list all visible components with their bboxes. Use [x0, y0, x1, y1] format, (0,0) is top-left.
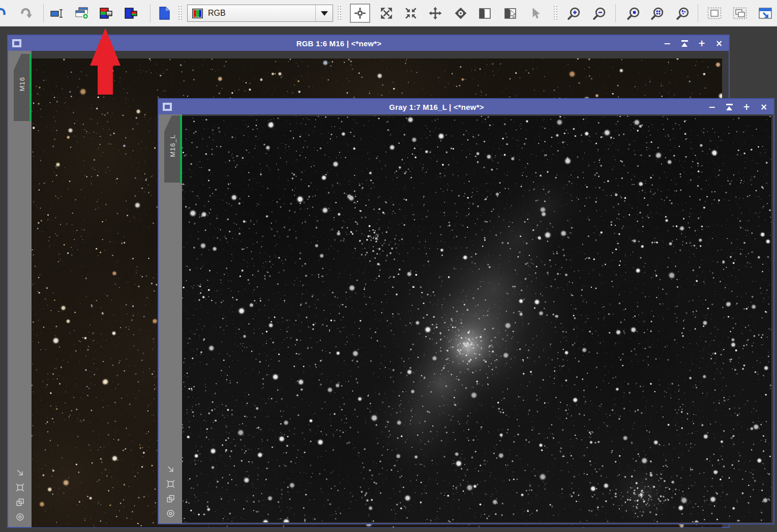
cascade-windows-icon	[733, 7, 747, 19]
channel-selector-value: RGB	[208, 9, 315, 18]
chevron-down-icon[interactable]	[315, 5, 333, 21]
toolbar-separator	[698, 4, 698, 22]
extract-channels-icon	[100, 7, 113, 20]
pointer-icon	[529, 7, 542, 20]
zoom-to-fit-icon	[650, 7, 664, 20]
new-image-icon	[158, 7, 170, 20]
shade-icon	[681, 40, 688, 47]
frame-icon[interactable]	[166, 479, 175, 489]
zoom-to-fit-button[interactable]	[649, 5, 665, 21]
redo-icon	[19, 7, 33, 20]
track-view-button[interactable]	[350, 4, 370, 23]
window-menu-icon[interactable]	[163, 103, 172, 111]
zoom-out-button[interactable]	[591, 5, 607, 21]
split-view-icon	[479, 8, 491, 19]
shade-button[interactable]	[725, 102, 734, 111]
new-image-button[interactable]	[157, 5, 172, 21]
diagonal-resize-icon[interactable]	[166, 464, 175, 474]
shade-button[interactable]	[680, 39, 689, 48]
new-window-icon	[75, 7, 89, 20]
gray-image-window: Gray 1:7 M16_L | <*new*> − + × M16_L	[158, 98, 774, 524]
tile-windows-button[interactable]	[757, 5, 773, 21]
gray-view-tab[interactable]: M16_L	[164, 115, 182, 183]
shrink-windows-button[interactable]	[403, 5, 419, 21]
layers-icon[interactable]	[166, 494, 175, 504]
close-button[interactable]: ×	[714, 39, 724, 48]
gray-view-tab-label: M16_L	[169, 134, 176, 164]
new-window-button[interactable]	[74, 5, 89, 21]
redo-button[interactable]	[18, 5, 34, 21]
toolbar-drag-handle[interactable]	[178, 6, 183, 21]
tile-windows-icon	[758, 7, 772, 19]
target-icon[interactable]	[166, 509, 175, 518]
restore-windows-icon	[707, 7, 722, 19]
rgb-view-tab-label: M16	[18, 77, 26, 98]
minimize-button[interactable]: −	[663, 39, 672, 48]
channel-selector[interactable]: RGB	[187, 5, 333, 22]
split-view-cursor-icon	[504, 8, 517, 19]
track-view-icon	[353, 7, 367, 20]
rgb-window-sidebar: M16	[8, 51, 32, 527]
window-menu-icon[interactable]	[12, 39, 21, 47]
toolbar-separator	[615, 4, 616, 22]
shrink-windows-icon	[404, 7, 417, 20]
toolbar-separator	[150, 4, 151, 22]
expand-windows-button[interactable]	[379, 5, 394, 21]
rename-image-icon	[50, 8, 64, 19]
toolbar-separator	[43, 4, 44, 22]
gray-window-title: Gray 1:7 M16_L | <*new*>	[172, 103, 701, 111]
zoom-1-1-icon	[626, 7, 640, 20]
rgb-stripes-icon	[192, 9, 203, 18]
combine-channels-icon	[125, 7, 138, 20]
frame-icon[interactable]	[15, 483, 25, 492]
rename-image-button[interactable]	[50, 5, 64, 21]
zoom-optimal-icon	[676, 7, 690, 20]
toolbar-drag-handle[interactable]	[553, 6, 558, 21]
move-windows-icon	[429, 7, 442, 20]
target-icon[interactable]	[15, 512, 25, 522]
zoom-1-1-button[interactable]	[625, 5, 641, 21]
gray-window-sidebar: M16_L	[159, 114, 182, 523]
shade-icon	[726, 104, 733, 110]
diagonal-resize-icon[interactable]	[15, 468, 25, 478]
restore-windows-button[interactable]	[706, 5, 723, 21]
move-windows-button[interactable]	[428, 5, 443, 21]
undo-icon	[0, 7, 7, 20]
annotation-arrow-shaft	[98, 65, 113, 95]
split-view-cursor-button[interactable]	[502, 5, 518, 21]
zoom-in-icon	[567, 7, 581, 20]
extract-channels-button[interactable]	[99, 5, 114, 21]
zoom-optimal-button[interactable]	[674, 5, 691, 21]
close-button[interactable]: ×	[759, 102, 768, 111]
center-windows-button[interactable]	[453, 5, 468, 21]
zoom-out-icon	[592, 7, 606, 20]
maximize-button[interactable]: +	[742, 102, 751, 111]
gray-image-view[interactable]	[182, 116, 771, 522]
layers-icon[interactable]	[15, 497, 25, 507]
pointer-button[interactable]	[528, 5, 543, 21]
center-windows-icon	[454, 7, 467, 20]
annotation-arrow	[90, 28, 121, 95]
cascade-windows-button[interactable]	[732, 5, 748, 21]
toolbar: RGB	[0, 0, 777, 26]
rgb-view-tab[interactable]: M16	[14, 54, 32, 121]
minimize-button[interactable]: −	[707, 102, 716, 111]
combine-channels-button[interactable]	[124, 5, 139, 21]
split-view-button[interactable]	[477, 5, 492, 21]
undo-button[interactable]	[0, 5, 8, 21]
expand-windows-icon	[380, 7, 393, 20]
annotation-arrow-head	[90, 28, 121, 66]
maximize-button[interactable]: +	[697, 39, 706, 48]
gray-window-titlebar[interactable]: Gray 1:7 M16_L | <*new*> − + ×	[159, 99, 773, 114]
zoom-in-button[interactable]	[565, 5, 582, 21]
toolbar-drag-handle[interactable]	[337, 6, 342, 21]
